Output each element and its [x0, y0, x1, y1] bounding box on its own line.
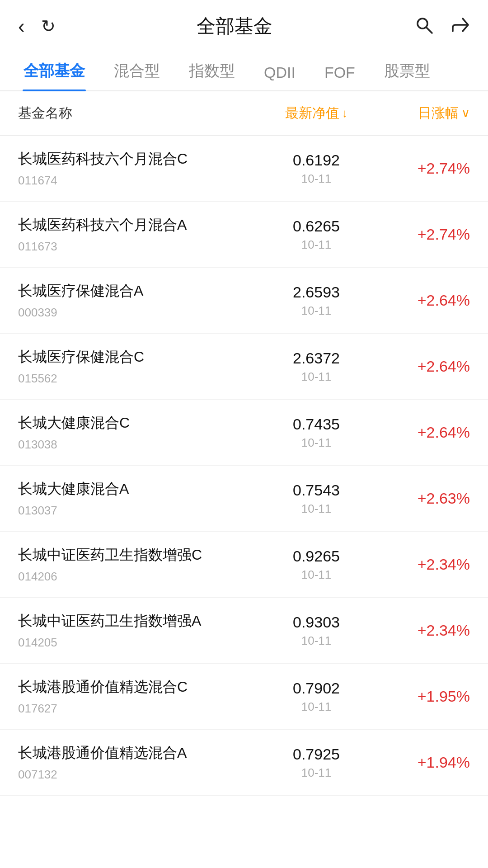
fund-nav: 2.6372 10-11: [262, 349, 371, 384]
search-button[interactable]: [414, 15, 434, 38]
fund-change: +2.74%: [371, 226, 470, 243]
fund-info: 长城港股通价值精选混合A 007132: [18, 743, 262, 782]
fund-name: 长城大健康混合C: [18, 413, 262, 433]
nav-date: 10-11: [262, 568, 371, 582]
change-value: +1.95%: [418, 688, 470, 705]
fund-row[interactable]: 长城医疗保健混合C 015562 2.6372 10-11 +2.64%: [0, 334, 488, 400]
fund-info: 长城医疗保健混合C 015562: [18, 347, 262, 386]
nav-value: 0.9265: [262, 547, 371, 565]
change-value: +2.34%: [418, 622, 470, 639]
fund-info: 长城大健康混合A 013037: [18, 479, 262, 518]
tab-all[interactable]: 全部基金: [9, 48, 99, 90]
nav-value: 0.6192: [262, 151, 371, 169]
fund-row[interactable]: 长城医药科技六个月混合A 011673 0.6265 10-11 +2.74%: [0, 202, 488, 268]
fund-name: 长城医药科技六个月混合C: [18, 149, 262, 169]
fund-list: 长城医药科技六个月混合C 011674 0.6192 10-11 +2.74% …: [0, 136, 488, 796]
tab-bar: 全部基金 混合型 指数型 QDII FOF 股票型: [0, 48, 488, 91]
fund-code: 011673: [18, 240, 262, 254]
nav-date: 10-11: [262, 172, 371, 186]
fund-change: +2.74%: [371, 160, 470, 177]
fund-nav: 0.9265 10-11: [262, 547, 371, 582]
fund-code: 013037: [18, 504, 262, 518]
tab-index[interactable]: 指数型: [174, 48, 249, 90]
fund-row[interactable]: 长城中证医药卫生指数增强A 014205 0.9303 10-11 +2.34%: [0, 598, 488, 664]
change-value: +2.74%: [418, 226, 470, 243]
header-name-col: 基金名称: [18, 104, 262, 123]
fund-code: 017627: [18, 702, 262, 716]
nav-date: 10-11: [262, 700, 371, 714]
fund-name: 长城医疗保健混合A: [18, 281, 262, 301]
fund-row[interactable]: 长城医药科技六个月混合C 011674 0.6192 10-11 +2.74%: [0, 136, 488, 202]
fund-row[interactable]: 长城大健康混合C 013038 0.7435 10-11 +2.64%: [0, 400, 488, 466]
nav-value: 0.7435: [262, 415, 371, 433]
fund-row[interactable]: 长城大健康混合A 013037 0.7543 10-11 +2.63%: [0, 466, 488, 532]
fund-change: +2.64%: [371, 424, 470, 441]
nav-date: 10-11: [262, 436, 371, 450]
fund-name: 长城中证医药卫生指数增强A: [18, 611, 262, 631]
tab-mixed[interactable]: 混合型: [99, 48, 174, 90]
fund-nav: 0.9303 10-11: [262, 613, 371, 648]
header-nav-col[interactable]: 最新净值 ↓: [262, 104, 371, 123]
fund-change: +1.95%: [371, 688, 470, 705]
change-value: +2.64%: [418, 358, 470, 375]
fund-name: 长城医药科技六个月混合A: [18, 215, 262, 235]
share-button[interactable]: [450, 15, 470, 38]
fund-code: 011674: [18, 174, 262, 188]
fund-info: 长城医疗保健混合A 000339: [18, 281, 262, 320]
nav-value: 0.7902: [262, 679, 371, 697]
nav-value: 0.7543: [262, 481, 371, 499]
refresh-button[interactable]: ↻: [41, 18, 56, 35]
change-value: +2.34%: [418, 556, 470, 573]
fund-code: 007132: [18, 768, 262, 782]
nav-date: 10-11: [262, 238, 371, 252]
change-sort-icon: ∨: [461, 106, 470, 120]
fund-change: +2.63%: [371, 490, 470, 507]
fund-name: 长城大健康混合A: [18, 479, 262, 499]
header-change-col[interactable]: 日涨幅 ∨: [371, 104, 470, 123]
fund-code: 000339: [18, 306, 262, 320]
tab-fof[interactable]: FOF: [310, 51, 370, 90]
topbar: ‹ ↻ 全部基金: [0, 0, 488, 48]
fund-nav: 0.6265 10-11: [262, 217, 371, 252]
nav-value: 0.9303: [262, 613, 371, 631]
nav-value: 0.7925: [262, 745, 371, 763]
table-header: 基金名称 最新净值 ↓ 日涨幅 ∨: [0, 91, 488, 136]
change-value: +2.63%: [418, 490, 470, 507]
fund-nav: 0.7435 10-11: [262, 415, 371, 450]
fund-name: 长城中证医药卫生指数增强C: [18, 545, 262, 565]
fund-info: 长城医药科技六个月混合A 011673: [18, 215, 262, 254]
fund-name: 长城港股通价值精选混合C: [18, 677, 262, 697]
fund-change: +2.34%: [371, 556, 470, 573]
fund-nav: 0.7902 10-11: [262, 679, 371, 714]
fund-info: 长城中证医药卫生指数增强C 014206: [18, 545, 262, 584]
fund-row[interactable]: 长城医疗保健混合A 000339 2.6593 10-11 +2.64%: [0, 268, 488, 334]
nav-date: 10-11: [262, 370, 371, 384]
fund-info: 长城中证医药卫生指数增强A 014205: [18, 611, 262, 650]
nav-date: 10-11: [262, 766, 371, 780]
fund-name: 长城港股通价值精选混合A: [18, 743, 262, 763]
svg-point-0: [418, 19, 427, 28]
fund-nav: 0.7925 10-11: [262, 745, 371, 780]
fund-change: +2.64%: [371, 292, 470, 309]
nav-value: 2.6372: [262, 349, 371, 367]
nav-date: 10-11: [262, 304, 371, 318]
change-value: +1.94%: [418, 754, 470, 771]
fund-info: 长城港股通价值精选混合C 017627: [18, 677, 262, 716]
fund-row[interactable]: 长城港股通价值精选混合C 017627 0.7902 10-11 +1.95%: [0, 664, 488, 730]
fund-row[interactable]: 长城港股通价值精选混合A 007132 0.7925 10-11 +1.94%: [0, 730, 488, 796]
fund-row[interactable]: 长城中证医药卫生指数增强C 014206 0.9265 10-11 +2.34%: [0, 532, 488, 598]
fund-nav: 2.6593 10-11: [262, 283, 371, 318]
nav-date: 10-11: [262, 502, 371, 516]
tab-stock[interactable]: 股票型: [370, 48, 445, 90]
page-title: 全部基金: [197, 14, 272, 39]
svg-line-1: [427, 28, 432, 33]
tab-qdii[interactable]: QDII: [249, 51, 310, 90]
nav-sort-icon: ↓: [342, 106, 348, 120]
fund-change: +2.64%: [371, 358, 470, 375]
change-value: +2.64%: [418, 424, 470, 441]
back-button[interactable]: ‹: [18, 16, 25, 36]
fund-code: 014205: [18, 636, 262, 650]
fund-code: 015562: [18, 372, 262, 386]
fund-info: 长城医药科技六个月混合C 011674: [18, 149, 262, 188]
nav-value: 0.6265: [262, 217, 371, 235]
